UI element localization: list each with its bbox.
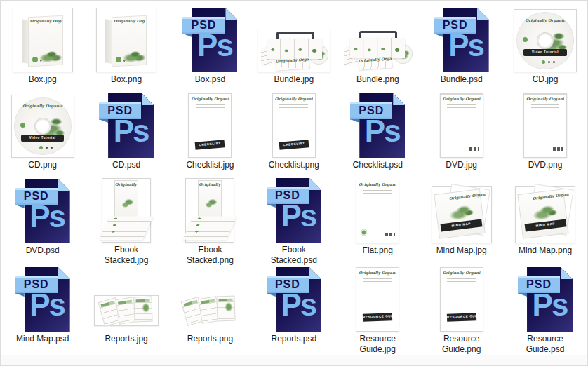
file-item-ebook-stacked-jpg[interactable]: Ebook Stacked.jpg (84, 177, 168, 266)
psd-ribbon (350, 102, 392, 119)
file-item-mind-map-jpg[interactable]: Mind Map.jpg (420, 177, 503, 266)
file-label: Reports.psd (272, 334, 317, 344)
file-item-reports-png[interactable]: Reports.png (168, 266, 252, 364)
file-icon-area (13, 6, 73, 72)
psd-file-icon (267, 178, 321, 243)
photoshop-ps-glyph (192, 30, 237, 61)
file-item-dvd-png[interactable]: DVD.png (503, 92, 587, 177)
file-grid: Box.jpg Box.png Box.psd Bu (1, 1, 587, 355)
file-label: Ebook Stacked.psd (260, 245, 328, 266)
psd-file-icon (518, 267, 573, 332)
file-icon-area (185, 177, 234, 243)
file-item-reports-psd[interactable]: Reports.psd (252, 266, 335, 364)
psd-ribbon (518, 276, 560, 293)
image-thumbnail (440, 93, 483, 158)
file-item-box-jpg[interactable]: Box.jpg (1, 6, 84, 92)
image-thumbnail (96, 8, 156, 72)
file-item-bundle-jpg[interactable]: Bundle.jpg (252, 6, 335, 92)
file-item-bundle-psd[interactable]: Bundle.psd (420, 6, 503, 92)
file-icon-area (350, 92, 405, 158)
file-item-cd-jpg[interactable]: CD.jpg (503, 6, 587, 92)
image-thumbnail (94, 295, 159, 326)
image-thumbnail (356, 179, 399, 243)
file-icon-area (341, 6, 414, 72)
file-icon-area (356, 177, 399, 243)
file-label: Box.psd (195, 74, 225, 85)
file-label: Box.png (111, 74, 142, 85)
file-icon-area (102, 177, 151, 243)
photoshop-ps-glyph (276, 201, 321, 231)
file-label: Mind Map.png (519, 245, 572, 256)
photoshop-ps-glyph (108, 116, 154, 147)
file-icon-area (267, 177, 321, 243)
file-label: CD.png (28, 160, 57, 170)
image-thumbnail (515, 186, 575, 243)
psd-ribbon (15, 188, 58, 205)
file-item-flat-png[interactable]: Flat.png (336, 177, 420, 266)
image-thumbnail (178, 295, 242, 326)
file-label: Flat.png (363, 245, 393, 256)
file-item-mind-map-png[interactable]: Mind Map.png (503, 177, 587, 266)
file-icon-area (434, 6, 489, 72)
file-label: Resource Guide.psd (511, 334, 580, 355)
file-label: Mind Map.psd (16, 334, 69, 344)
file-label: DVD.jpg (446, 160, 477, 170)
file-item-checklist-jpg[interactable]: Checklist.jpg (168, 92, 252, 177)
file-label: Ebook Stacked.jpg (92, 245, 161, 266)
file-icon-area (272, 92, 316, 158)
file-item-mind-map-psd[interactable]: Mind Map.psd (1, 266, 84, 364)
psd-ribbon (182, 17, 225, 34)
image-thumbnail (356, 267, 399, 332)
image-thumbnail (102, 178, 151, 243)
file-item-resource-guide-psd[interactable]: Resource Guide.psd (503, 266, 587, 364)
file-icon-area (96, 6, 156, 72)
explorer-window: Box.jpg Box.png Box.psd Bu (0, 0, 588, 366)
file-item-checklist-psd[interactable]: Checklist.psd (336, 92, 420, 177)
file-item-dvd-psd[interactable]: DVD.psd (1, 177, 84, 266)
file-icon-area (188, 92, 232, 158)
image-thumbnail (258, 29, 330, 72)
image-thumbnail (185, 178, 234, 243)
psd-ribbon (99, 102, 141, 119)
photoshop-ps-glyph (276, 290, 321, 320)
file-label: Checklist.psd (353, 160, 403, 170)
photoshop-ps-glyph (527, 290, 573, 320)
file-label: Resource Guide.png (427, 334, 496, 355)
file-label: Mind Map.jpg (436, 245, 487, 256)
file-icon-area (15, 177, 70, 243)
file-item-ebook-stacked-png[interactable]: Ebook Stacked.png (168, 177, 252, 266)
horizontal-scrollbar[interactable] (1, 355, 587, 365)
photoshop-ps-glyph (25, 201, 70, 232)
file-label: Checklist.png (269, 160, 319, 170)
file-icon-area (178, 266, 242, 332)
file-item-dvd-jpg[interactable]: DVD.jpg (420, 92, 503, 177)
file-item-ebook-stacked-psd[interactable]: Ebook Stacked.psd (252, 177, 335, 266)
file-item-bundle-png[interactable]: Bundle.png (336, 6, 420, 92)
file-label: Box.jpg (29, 74, 57, 85)
file-icon-area (99, 92, 154, 158)
file-item-cd-psd[interactable]: CD.psd (84, 92, 168, 177)
psd-file-icon (267, 267, 321, 332)
psd-file-icon (15, 179, 70, 243)
image-thumbnail (523, 93, 567, 158)
file-item-box-png[interactable]: Box.png (84, 6, 168, 92)
image-thumbnail (272, 93, 316, 158)
file-icon-area (440, 266, 483, 332)
file-label: CD.psd (112, 160, 140, 170)
psd-file-icon (182, 8, 237, 72)
file-item-box-psd[interactable]: Box.psd (168, 6, 252, 92)
image-thumbnail (514, 9, 577, 72)
file-item-reports-jpg[interactable]: Reports.jpg (84, 266, 168, 364)
file-label: Bundle.png (356, 74, 399, 85)
file-label: Ebook Stacked.png (175, 245, 244, 266)
file-icon-area (94, 266, 159, 332)
file-item-resource-guide-jpg[interactable]: Resource Guide.jpg (336, 266, 420, 364)
psd-file-icon (99, 93, 154, 158)
file-item-checklist-png[interactable]: Checklist.png (252, 92, 335, 177)
file-item-resource-guide-png[interactable]: Resource Guide.png (420, 266, 503, 364)
file-label: Resource Guide.jpg (343, 334, 412, 355)
photoshop-ps-glyph (359, 116, 405, 147)
file-label: Reports.png (187, 334, 233, 344)
file-icon-area (267, 266, 321, 332)
file-item-cd-png[interactable]: CD.png (1, 92, 84, 177)
